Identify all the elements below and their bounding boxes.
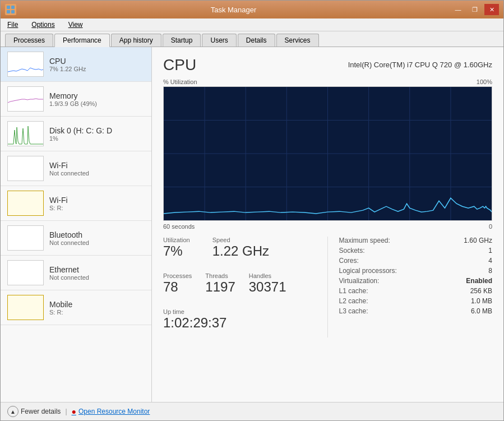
wifi1-info: Wi-Fi Not connected bbox=[49, 161, 147, 177]
fewer-details-label: Fewer details bbox=[21, 408, 61, 415]
sidebar-item-wifi1[interactable]: Wi-Fi Not connected bbox=[1, 151, 151, 186]
cpu-chart bbox=[163, 86, 492, 221]
detail-key-maxspeed: Maximum speed: bbox=[339, 237, 390, 244]
chart-label-top: % Utilization 100% bbox=[163, 78, 492, 85]
menu-file[interactable]: File bbox=[5, 20, 20, 30]
disk-thumbnail bbox=[7, 121, 44, 146]
detail-key-logical: Logical processors: bbox=[339, 267, 397, 275]
tab-services[interactable]: Services bbox=[276, 34, 319, 47]
ethernet-thumbnail bbox=[7, 260, 44, 285]
menu-view[interactable]: View bbox=[66, 20, 85, 30]
wifi2-name: Wi-Fi bbox=[49, 196, 147, 205]
close-button[interactable]: ✕ bbox=[484, 4, 499, 15]
sidebar-item-ethernet[interactable]: Ethernet Not connected bbox=[1, 256, 151, 290]
handles-group: Handles 30371 bbox=[249, 272, 286, 295]
sidebar-item-wifi2[interactable]: Wi-Fi S: R: bbox=[1, 186, 151, 221]
svg-rect-10 bbox=[8, 261, 43, 285]
detail-val-l2: 1.0 MB bbox=[471, 297, 492, 305]
detail-val-l1: 256 KB bbox=[470, 287, 492, 295]
stats-left: Utilization 7% Speed 1.22 GHz Processes … bbox=[163, 237, 328, 337]
utilization-label: % Utilization bbox=[163, 78, 197, 85]
cpu-stats: 7% 1.22 GHz bbox=[49, 66, 147, 72]
handles-value: 30371 bbox=[249, 279, 286, 295]
detail-row-virt: Virtualization: Enabled bbox=[339, 277, 493, 285]
disk-stats: 1% bbox=[49, 135, 147, 142]
processes-value: 78 bbox=[163, 279, 192, 295]
svg-rect-9 bbox=[8, 226, 43, 250]
cpu-model: Intel(R) Core(TM) i7 CPU Q 720 @ 1.60GHz bbox=[348, 56, 492, 69]
resource-monitor-icon: ● bbox=[72, 407, 76, 416]
wifi2-thumbnail bbox=[7, 191, 44, 216]
tab-app-history[interactable]: App history bbox=[111, 34, 161, 47]
ethernet-stats: Not connected bbox=[49, 274, 147, 281]
sidebar-item-memory[interactable]: Memory 1.9/3.9 GB (49%) bbox=[1, 82, 151, 117]
window-title: Task Manager bbox=[16, 6, 451, 14]
main-content: CPU 7% 1.22 GHz Memory 1.9/3.9 GB (49%) bbox=[1, 47, 503, 402]
mobile-stats: S: R: bbox=[49, 309, 147, 316]
resource-monitor-label: Open Resource Monitor bbox=[78, 408, 150, 415]
wifi1-thumbnail bbox=[7, 156, 44, 181]
bluetooth-thumbnail bbox=[7, 225, 44, 251]
wifi2-info: Wi-Fi S: R: bbox=[49, 196, 147, 211]
main-panel: CPU Intel(R) Core(TM) i7 CPU Q 720 @ 1.6… bbox=[152, 47, 503, 402]
mobile-info: Mobile S: R: bbox=[49, 300, 147, 316]
tab-performance[interactable]: Performance bbox=[54, 34, 110, 47]
menu-options[interactable]: Options bbox=[29, 20, 57, 30]
svg-rect-8 bbox=[8, 191, 43, 215]
utilization-value: 7% bbox=[163, 243, 190, 259]
chart-svg bbox=[164, 87, 492, 220]
wifi2-stats: S: R: bbox=[49, 205, 147, 211]
app-icon bbox=[5, 4, 16, 15]
tab-processes[interactable]: Processes bbox=[5, 34, 53, 47]
uptime-label: Up time bbox=[163, 308, 316, 315]
resource-monitor-link[interactable]: ● Open Resource Monitor bbox=[72, 407, 150, 416]
memory-name: Memory bbox=[49, 91, 147, 100]
detail-key-l2: L2 cache: bbox=[339, 297, 368, 305]
title-bar: Task Manager — ❐ ✕ bbox=[1, 1, 503, 18]
bluetooth-stats: Not connected bbox=[49, 239, 147, 246]
tab-details[interactable]: Details bbox=[238, 34, 275, 47]
processes-group: Processes 78 bbox=[163, 272, 192, 295]
detail-key-sockets: Sockets: bbox=[339, 247, 365, 255]
cpu-header: CPU Intel(R) Core(TM) i7 CPU Q 720 @ 1.6… bbox=[163, 56, 492, 74]
memory-thumbnail bbox=[7, 86, 44, 112]
tab-startup[interactable]: Startup bbox=[163, 34, 201, 47]
stats-grid: Utilization 7% Speed 1.22 GHz Processes … bbox=[163, 237, 492, 337]
detail-row-maxspeed: Maximum speed: 1.60 GHz bbox=[339, 237, 493, 244]
tab-users[interactable]: Users bbox=[202, 34, 236, 47]
sidebar-item-cpu[interactable]: CPU 7% 1.22 GHz bbox=[1, 47, 151, 82]
uptime-value: 1:02:29:37 bbox=[163, 315, 316, 331]
disk-info: Disk 0 (H: C: G: D 1% bbox=[49, 126, 147, 142]
sidebar-item-disk[interactable]: Disk 0 (H: C: G: D 1% bbox=[1, 117, 151, 151]
bottom-separator: | bbox=[65, 408, 67, 415]
wifi1-name: Wi-Fi bbox=[49, 161, 147, 170]
fewer-details-button[interactable]: ▲ Fewer details bbox=[7, 406, 61, 417]
window-controls: — ❐ ✕ bbox=[451, 4, 499, 15]
detail-key-virt: Virtualization: bbox=[339, 277, 380, 285]
svg-rect-11 bbox=[8, 295, 43, 320]
handles-label: Handles bbox=[249, 272, 286, 279]
tab-bar: Processes Performance App history Startu… bbox=[1, 31, 503, 47]
disk-name: Disk 0 (H: C: G: D bbox=[49, 126, 147, 135]
bluetooth-info: Bluetooth Not connected bbox=[49, 230, 147, 246]
detail-row-l1: L1 cache: 256 KB bbox=[339, 287, 493, 295]
memory-stats: 1.9/3.9 GB (49%) bbox=[49, 100, 147, 107]
minimize-button[interactable]: — bbox=[451, 4, 465, 15]
stats-right: Maximum speed: 1.60 GHz Sockets: 1 Cores… bbox=[328, 237, 493, 337]
y-max-label: 100% bbox=[477, 78, 492, 85]
speed-group: Speed 1.22 GHz bbox=[212, 237, 269, 259]
svg-rect-7 bbox=[8, 156, 43, 181]
threads-label: Threads bbox=[205, 272, 235, 279]
detail-row-logical: Logical processors: 8 bbox=[339, 267, 493, 275]
ethernet-info: Ethernet Not connected bbox=[49, 265, 147, 281]
restore-button[interactable]: ❐ bbox=[468, 4, 482, 15]
svg-rect-0 bbox=[7, 6, 10, 9]
sidebar-item-bluetooth[interactable]: Bluetooth Not connected bbox=[1, 221, 151, 256]
processes-label: Processes bbox=[163, 272, 192, 279]
cpu-thumbnail bbox=[7, 52, 44, 77]
speed-value: 1.22 GHz bbox=[212, 243, 269, 259]
detail-val-virt: Enabled bbox=[466, 277, 492, 285]
bluetooth-name: Bluetooth bbox=[49, 230, 147, 239]
sidebar-item-mobile[interactable]: Mobile S: R: bbox=[1, 290, 151, 325]
detail-key-l3: L3 cache: bbox=[339, 307, 368, 315]
